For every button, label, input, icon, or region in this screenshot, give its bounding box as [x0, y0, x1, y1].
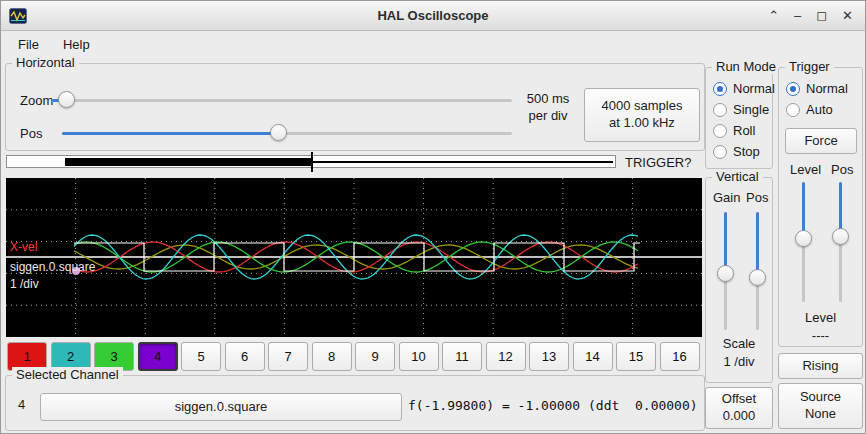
- time-per-div: 500 ms per div: [516, 90, 580, 124]
- vertical-pos-label: Pos: [746, 190, 768, 205]
- shade-icon[interactable]: ⌃: [768, 1, 779, 31]
- gain-label: Gain: [713, 190, 740, 205]
- trigger-edge-button[interactable]: Rising: [778, 353, 863, 379]
- samples-line2: at 1.00 kHz: [609, 115, 675, 132]
- gain-slider-fill: [724, 212, 727, 273]
- channel-button-11[interactable]: 11: [442, 342, 482, 371]
- visible-window-bar: [65, 158, 312, 166]
- menu-bar: File Help: [1, 31, 865, 58]
- channel-button-4[interactable]: 4: [138, 342, 178, 371]
- selected-channel-group: Selected Channel 4 siggen.0.square f(-1.…: [5, 375, 705, 431]
- radio-icon: [786, 103, 800, 117]
- trigger-pos-label: Pos: [831, 162, 853, 177]
- channel-button-14[interactable]: 14: [573, 342, 613, 371]
- trigger-auto[interactable]: Auto: [786, 102, 833, 117]
- zoom-label: Zoom: [20, 93, 53, 108]
- menu-help[interactable]: Help: [54, 34, 99, 55]
- channel1-trace-label: X-vel: [10, 240, 37, 254]
- menu-file[interactable]: File: [9, 34, 48, 55]
- offset-button[interactable]: Offset 0.000: [705, 387, 773, 429]
- run-mode-stop[interactable]: Stop: [713, 144, 760, 159]
- selected-channel-title: Selected Channel: [12, 367, 123, 382]
- maximize-icon[interactable]: ◻: [816, 1, 827, 31]
- radio-label: Auto: [806, 102, 833, 117]
- trigger-source-value: None: [805, 406, 836, 423]
- radio-icon: [713, 103, 727, 117]
- channel-button-7[interactable]: 7: [268, 342, 308, 371]
- zoom-slider-trough: [52, 99, 512, 102]
- trigger-pos-handle[interactable]: [832, 228, 849, 245]
- trigger-source-button[interactable]: Source None: [778, 383, 863, 429]
- gain-slider-handle[interactable]: [717, 265, 734, 282]
- channel-button-15[interactable]: 15: [616, 342, 656, 371]
- channel-button-13[interactable]: 13: [529, 342, 569, 371]
- window-title: HAL Oscilloscope: [1, 8, 865, 23]
- radio-label: Stop: [733, 144, 760, 159]
- zoom-slider-handle[interactable]: [58, 91, 75, 108]
- horizontal-group-title: Horizontal: [12, 55, 79, 70]
- channel-button-8[interactable]: 8: [312, 342, 352, 371]
- run-mode-normal[interactable]: Normal: [713, 81, 775, 96]
- channel-value-readout: f(-1.99800) = -1.00000 (ddt 0.00000): [408, 398, 698, 413]
- channel-button-16[interactable]: 16: [660, 342, 700, 371]
- trigger-group: Trigger Normal Auto Force Level Pos Leve…: [778, 67, 863, 347]
- time-per-div-unit: per div: [516, 107, 580, 124]
- radio-label: Normal: [733, 81, 775, 96]
- trigger-level-readout-label: Level: [779, 310, 862, 325]
- force-button[interactable]: Force: [785, 128, 857, 154]
- scale-value: 1 /div: [706, 354, 772, 369]
- hal-oscilloscope-window: HAL Oscilloscope ⌃ – ◻ ✕ File Help Horiz…: [0, 0, 866, 434]
- scale-label: Scale: [706, 336, 772, 351]
- scope-display: X-vel siggen.0.square 1 /div: [6, 178, 702, 337]
- channel-button-9[interactable]: 9: [355, 342, 395, 371]
- vertical-title: Vertical: [712, 169, 763, 184]
- trigger-level-slider[interactable]: [794, 182, 812, 302]
- run-mode-title: Run Mode: [712, 59, 780, 74]
- waveform-plot: [6, 178, 702, 337]
- samples-line1: 4000 samples: [602, 98, 683, 115]
- gain-slider[interactable]: [716, 212, 734, 330]
- offset-value: 0.000: [723, 408, 756, 425]
- trigger-normal[interactable]: Normal: [786, 81, 848, 96]
- vertical-pos-slider[interactable]: [748, 212, 766, 330]
- radio-icon: [713, 82, 727, 96]
- run-mode-roll[interactable]: Roll: [713, 123, 755, 138]
- samples-button[interactable]: 4000 samples at 1.00 kHz: [584, 88, 700, 142]
- minimize-icon[interactable]: –: [794, 1, 801, 31]
- record-position-bar[interactable]: [6, 155, 616, 168]
- pos-slider-handle[interactable]: [270, 124, 287, 141]
- trigger-level-label: Level: [790, 162, 821, 177]
- trigger-level-handle[interactable]: [795, 230, 812, 247]
- channel-button-5[interactable]: 5: [181, 342, 221, 371]
- radio-icon: [713, 145, 727, 159]
- radio-icon: [786, 82, 800, 96]
- time-per-div-value: 500 ms: [516, 90, 580, 107]
- radio-label: Single: [733, 102, 769, 117]
- trigger-pos-slider[interactable]: [831, 182, 849, 302]
- vertical-group: Vertical Gain Pos Scale 1 /div: [705, 177, 773, 383]
- window-controls: ⌃ – ◻ ✕: [768, 1, 865, 31]
- channel-button-12[interactable]: 12: [486, 342, 526, 371]
- run-mode-group: Run Mode Normal Single Roll Stop: [705, 67, 773, 169]
- run-mode-single[interactable]: Single: [713, 102, 769, 117]
- selected-channel-name-button[interactable]: siggen.0.square: [40, 393, 402, 421]
- radio-label: Roll: [733, 123, 755, 138]
- vertical-pos-slider-handle[interactable]: [749, 269, 766, 286]
- trigger-position-marker[interactable]: [311, 152, 313, 172]
- pos-slider-fill: [62, 132, 278, 135]
- trigger-title: Trigger: [785, 59, 834, 74]
- trigger-source-label: Source: [800, 389, 841, 406]
- close-icon[interactable]: ✕: [842, 1, 853, 31]
- pos-label: Pos: [20, 126, 42, 141]
- horizontal-group: Horizontal Zoom 500 ms per div 4000 samp…: [5, 63, 705, 151]
- zoom-slider[interactable]: [52, 91, 512, 109]
- channel-button-6[interactable]: 6: [225, 342, 265, 371]
- radio-icon: [713, 124, 727, 138]
- vertical-pos-slider-fill: [756, 212, 759, 277]
- scale-per-div-label: 1 /div: [10, 277, 39, 291]
- radio-label: Normal: [806, 81, 848, 96]
- channel-button-10[interactable]: 10: [399, 342, 439, 371]
- offset-label: Offset: [722, 391, 756, 408]
- title-bar[interactable]: HAL Oscilloscope ⌃ – ◻ ✕: [1, 1, 865, 31]
- pos-slider[interactable]: [62, 124, 512, 142]
